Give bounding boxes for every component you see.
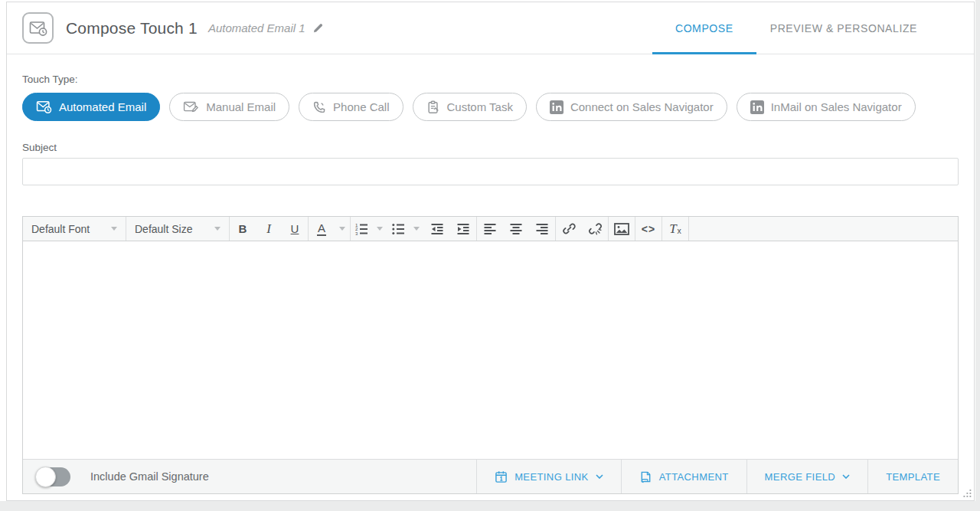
align-right-button[interactable] <box>529 217 555 241</box>
underline-button[interactable]: U <box>282 217 308 241</box>
svg-text:3: 3 <box>355 231 358 235</box>
touch-type-label: Touch Type: <box>22 74 959 85</box>
bold-button[interactable]: B <box>230 217 256 241</box>
page-background <box>0 501 980 511</box>
caret-down-icon <box>339 227 345 231</box>
remove-link-button[interactable] <box>582 217 608 241</box>
font-color-button[interactable]: A <box>309 217 335 241</box>
ordered-list-button[interactable]: 1 2 3 <box>351 217 372 241</box>
caret-down-icon <box>214 227 220 231</box>
subject-label: Subject <box>22 142 959 153</box>
toggle-knob <box>35 467 56 487</box>
unordered-list-icon <box>391 222 405 236</box>
compose-touch-panel: Compose Touch 1 Automated Email 1 COMPOS… <box>6 2 975 501</box>
email-body-editor: Default Font Default Size B I U A <box>22 216 959 494</box>
calendar-icon <box>495 470 508 483</box>
touch-type-badge <box>22 12 54 44</box>
align-right-icon <box>535 222 549 236</box>
outdent-icon <box>430 222 444 236</box>
tab-preview-personalize[interactable]: PREVIEW & PERSONALIZE <box>756 2 931 54</box>
ordered-list-caret[interactable] <box>372 217 387 241</box>
clipboard-check-icon <box>426 100 440 114</box>
touch-type-option-label: Connect on Sales Navigator <box>570 100 714 113</box>
email-clock-icon <box>36 100 52 113</box>
align-center-button[interactable] <box>503 217 529 241</box>
indent-icon <box>456 222 470 236</box>
align-center-icon <box>509 222 523 236</box>
touch-type-option-label: Manual Email <box>206 100 276 113</box>
insert-image-button[interactable] <box>609 217 635 241</box>
font-color-caret[interactable] <box>335 217 350 241</box>
link-icon <box>562 221 577 236</box>
align-left-button[interactable] <box>477 217 503 241</box>
chevron-down-icon <box>596 474 603 479</box>
touch-type-options: Automated Email Manual Email <box>22 93 959 121</box>
chevron-down-icon <box>842 474 850 479</box>
meeting-link-button[interactable]: MEETING LINK <box>476 460 621 493</box>
insert-link-button[interactable] <box>556 217 582 241</box>
merge-field-button[interactable]: MERGE FIELD <box>746 460 868 493</box>
linkedin-icon <box>550 100 564 114</box>
touch-type-option-label: Phone Call <box>333 100 389 113</box>
editor-toolbar: Default Font Default Size B I U A <box>23 217 958 241</box>
unordered-list-button[interactable] <box>387 217 409 241</box>
template-button[interactable]: TEMPLATE <box>867 460 958 493</box>
font-size-dropdown[interactable]: Default Size <box>126 223 229 235</box>
indent-button[interactable] <box>450 217 476 241</box>
touch-type-inmail-sales-navigator[interactable]: InMail on Sales Navigator <box>737 93 916 121</box>
email-body-input[interactable] <box>23 241 958 459</box>
attachment-icon <box>639 470 652 483</box>
touch-type-phone-call[interactable]: Phone Call <box>299 93 403 121</box>
subject-input[interactable] <box>22 158 959 185</box>
linkedin-icon <box>750 100 764 114</box>
unlink-icon <box>588 221 603 236</box>
gmail-signature-label: Include Gmail Signature <box>90 470 209 483</box>
edit-name-icon[interactable] <box>312 22 324 34</box>
italic-button[interactable]: I <box>256 217 282 241</box>
outdent-button[interactable] <box>424 217 450 241</box>
touch-type-option-label: InMail on Sales Navigator <box>771 100 902 113</box>
header-tabs: COMPOSE PREVIEW & PERSONALIZE <box>652 2 931 54</box>
attachment-button[interactable]: ATTACHMENT <box>621 460 746 493</box>
image-icon <box>614 223 629 235</box>
phone-icon <box>312 100 326 114</box>
font-family-dropdown[interactable]: Default Font <box>23 223 126 235</box>
clear-formatting-button[interactable]: Tx <box>662 217 688 241</box>
align-left-icon <box>483 222 497 236</box>
resize-handle[interactable] <box>962 489 972 498</box>
email-pencil-icon <box>183 100 199 113</box>
touch-type-manual-email[interactable]: Manual Email <box>169 93 289 121</box>
editor-footer: Include Gmail Signature MEETING LINK <box>23 459 958 493</box>
header: Compose Touch 1 Automated Email 1 COMPOS… <box>7 2 974 54</box>
gmail-signature-toggle[interactable] <box>36 467 70 486</box>
caret-down-icon <box>111 227 117 231</box>
caret-down-icon <box>413 227 420 231</box>
unordered-list-caret[interactable] <box>409 217 424 241</box>
caret-down-icon <box>377 227 383 231</box>
email-clock-icon <box>29 21 47 36</box>
compose-form: Touch Type: Automated Email <box>7 74 974 494</box>
touch-type-option-label: Custom Task <box>447 100 513 113</box>
touch-type-option-label: Automated Email <box>59 100 146 113</box>
gmail-signature-row: Include Gmail Signature <box>23 460 476 493</box>
tab-compose[interactable]: COMPOSE <box>652 2 756 54</box>
page-background <box>975 0 980 511</box>
touch-type-automated-email[interactable]: Automated Email <box>22 93 160 121</box>
touch-name-subtitle: Automated Email 1 <box>208 21 305 34</box>
ordered-list-icon: 1 2 3 <box>354 222 368 236</box>
touch-type-connect-sales-navigator[interactable]: Connect on Sales Navigator <box>536 93 727 121</box>
page-title: Compose Touch 1 <box>66 19 198 38</box>
code-view-button[interactable]: <> <box>635 217 662 241</box>
touch-type-custom-task[interactable]: Custom Task <box>413 93 527 121</box>
